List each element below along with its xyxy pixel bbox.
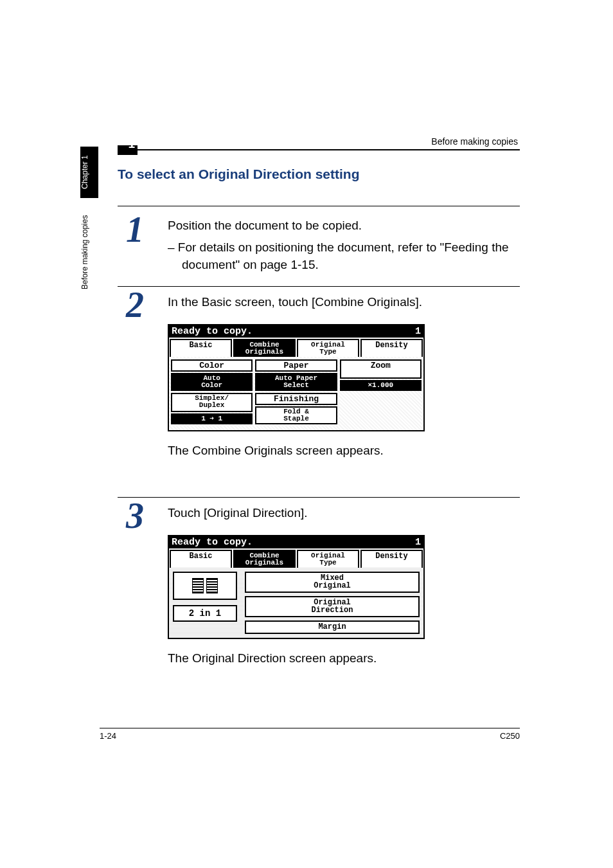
empty-cell xyxy=(340,393,422,424)
step-3-text: Touch [Original Direction]. xyxy=(168,498,520,522)
lcd-count: 1 xyxy=(415,326,421,337)
side-tab-chapter: Chapter 1 xyxy=(80,147,98,198)
sheet-icon xyxy=(192,578,204,593)
tab-combine-originals-2[interactable]: CombineOriginals xyxy=(233,550,296,568)
duplex-button[interactable]: Simplex/Duplex xyxy=(171,393,253,412)
paper-button[interactable]: Paper xyxy=(255,359,337,372)
section-heading: To select an Original Direction setting xyxy=(118,167,360,182)
step-1-sub: – For details on positioning the documen… xyxy=(182,239,520,274)
original-direction-button[interactable]: OriginalDirection xyxy=(245,596,420,617)
step-2-after: The Combine Originals screen appears. xyxy=(168,442,520,460)
lcd2-status: Ready to copy. xyxy=(172,537,253,548)
step-1-text: Position the document to be copied. xyxy=(168,206,520,235)
lcd-combine-originals-screen: Ready to copy. 1 Basic CombineOriginals … xyxy=(168,535,425,639)
tab-density[interactable]: Density xyxy=(360,339,423,357)
mixed-original-button[interactable]: MixedOriginal xyxy=(245,572,420,593)
running-header: Before making copies xyxy=(431,136,518,147)
tab-density-2[interactable]: Density xyxy=(360,550,423,568)
top-rule xyxy=(138,149,520,150)
tab-basic-2[interactable]: Basic xyxy=(170,550,232,568)
step-3-after: The Original Direction screen appears. xyxy=(168,649,520,667)
step-number-3: 3 xyxy=(126,498,144,534)
lcd2-count: 1 xyxy=(415,537,421,548)
combine-preview-icon xyxy=(173,572,237,600)
sheet-icon xyxy=(206,578,218,593)
zoom-button[interactable]: Zoom xyxy=(340,359,422,379)
chapter-badge: 1 xyxy=(118,145,138,155)
step-number-1: 1 xyxy=(126,212,144,248)
color-button[interactable]: Color xyxy=(171,359,253,372)
tab-combine-originals[interactable]: CombineOriginals xyxy=(233,339,296,357)
step-number-2: 2 xyxy=(126,287,144,323)
finishing-button[interactable]: Finishing xyxy=(255,393,337,405)
tab-original-type-2[interactable]: OriginalType xyxy=(297,550,359,568)
margin-button[interactable]: Margin xyxy=(245,620,420,634)
footer-page-number: 1-24 xyxy=(100,731,116,741)
lcd-basic-screen: Ready to copy. 1 Basic CombineOriginals … xyxy=(168,324,425,431)
auto-color-value: AutoColor xyxy=(171,373,253,391)
page-footer: 1-24 C250 xyxy=(100,728,520,741)
step-1: 1 Position the document to be copied. – … xyxy=(118,206,520,274)
two-in-one-button[interactable]: 2 in 1 xyxy=(173,605,237,622)
zoom-value: ×1.000 xyxy=(340,380,422,391)
duplex-value: 1 ➜ 1 xyxy=(171,413,253,424)
step-2: 2 In the Basic screen, touch [Combine Or… xyxy=(118,286,520,459)
fold-staple-button[interactable]: Fold &Staple xyxy=(255,406,337,424)
lcd-status: Ready to copy. xyxy=(172,326,253,337)
footer-model: C250 xyxy=(500,731,520,741)
step-2-text: In the Basic screen, touch [Combine Orig… xyxy=(168,287,520,311)
side-tab-title: Before making copies xyxy=(80,198,98,306)
tab-basic[interactable]: Basic xyxy=(170,339,232,357)
auto-paper-value: Auto PaperSelect xyxy=(255,373,337,391)
tab-original-type[interactable]: OriginalType xyxy=(297,339,359,357)
step-3: 3 Touch [Original Direction]. Ready to c… xyxy=(118,497,520,667)
